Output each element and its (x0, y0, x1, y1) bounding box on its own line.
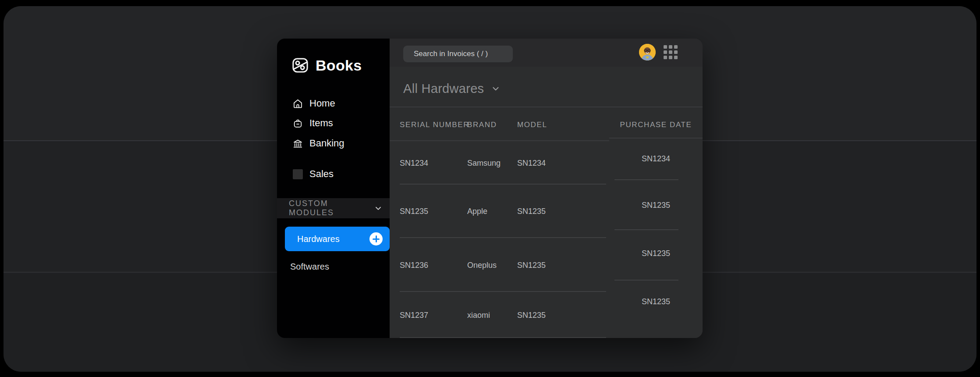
sidebar-item-label: Home (309, 98, 335, 109)
chevron-down-icon (491, 84, 501, 93)
home-icon (292, 98, 303, 109)
column-header-brand[interactable]: BRAND (467, 121, 497, 129)
add-record-icon[interactable] (369, 232, 383, 245)
main-content: All Hardwares SERIAL NUMBER BRAND MODEL … (390, 39, 703, 338)
cell-model: SN1235 (517, 310, 546, 320)
cell-brand: xiaomi (467, 310, 490, 320)
apps-grid-icon[interactable] (664, 45, 678, 59)
page-title: All Hardwares (403, 82, 484, 96)
cell-serial: SN1235 (400, 207, 428, 216)
sidebar-item-softwares[interactable]: Softwares (290, 260, 329, 273)
bank-icon (292, 138, 303, 149)
global-search[interactable] (403, 46, 513, 62)
table-row[interactable]: SN1237 xiaomi SN1235 (390, 292, 609, 338)
softwares-label: Softwares (290, 262, 329, 272)
cell-serial: SN1234 (400, 158, 428, 167)
sidebar-item-label: Sales (309, 168, 334, 180)
cell-brand: Samsung (467, 158, 501, 167)
cell-brand: Oneplus (467, 260, 497, 270)
sidebar: Books Home Items (277, 39, 390, 338)
purchase-date-column-overlay: PURCHASE DATE SN1234 SN1235 SN1235 SN123… (609, 107, 703, 338)
sidebar-item-items[interactable]: Items (277, 116, 390, 130)
cell-model: SN1234 (517, 158, 546, 167)
cell-purchase-date: SN1235 (609, 297, 703, 306)
cell-purchase-date: SN1235 (609, 201, 703, 210)
column-header-serial-number[interactable]: SERIAL NUMBER (400, 121, 469, 129)
bag-icon (292, 117, 303, 129)
custom-modules-header[interactable]: CUSTOM MODULES (277, 198, 390, 218)
sidebar-item-label: Items (309, 117, 333, 129)
sidebar-item-sales[interactable]: Sales (277, 167, 390, 181)
books-logo-icon (290, 55, 310, 75)
app-logo: Books (290, 54, 362, 76)
user-avatar[interactable] (639, 44, 656, 60)
cell-serial: SN1236 (400, 260, 428, 270)
table-row[interactable]: SN1236 Oneplus SN1235 (390, 238, 609, 292)
sidebar-item-banking[interactable]: Banking (277, 136, 390, 150)
table-row[interactable]: SN1234 Samsung SN1234 (390, 141, 609, 185)
chevron-down-icon (374, 204, 383, 213)
cell-model: SN1235 (517, 260, 546, 270)
cell-brand: Apple (467, 207, 487, 216)
topbar (390, 39, 703, 67)
view-title-dropdown[interactable]: All Hardwares (403, 79, 501, 98)
column-header-purchase-date[interactable]: PURCHASE DATE (609, 121, 703, 129)
hardwares-label: Hardwares (297, 234, 340, 244)
cell-purchase-date: SN1234 (609, 154, 703, 164)
app-title: Books (316, 57, 362, 74)
search-input[interactable] (414, 50, 511, 58)
column-header-model[interactable]: MODEL (517, 121, 547, 129)
cell-model: SN1235 (517, 207, 546, 216)
custom-modules-label: CUSTOM MODULES (289, 199, 374, 217)
table-row[interactable]: SN1235 Apple SN1235 (390, 185, 609, 238)
sidebar-item-hardwares-active[interactable]: Hardwares (285, 227, 390, 251)
sidebar-item-label: Banking (309, 138, 344, 149)
app-window: Books Home Items (277, 39, 703, 338)
cell-serial: SN1237 (400, 310, 428, 320)
purchase-date-header-cell: PURCHASE DATE (609, 107, 703, 139)
sidebar-item-home[interactable]: Home (277, 96, 390, 110)
cell-purchase-date: SN1235 (609, 249, 703, 258)
placeholder-square-icon (292, 168, 303, 180)
